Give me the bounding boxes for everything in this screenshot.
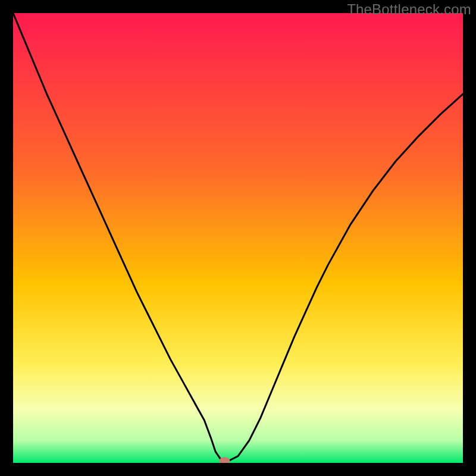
plot-area [13, 13, 463, 463]
plot-background [13, 13, 463, 463]
plot-frame: TheBottleneck.com [0, 0, 476, 476]
watermark: TheBottleneck.com [347, 1, 471, 18]
chart-svg [13, 13, 463, 463]
